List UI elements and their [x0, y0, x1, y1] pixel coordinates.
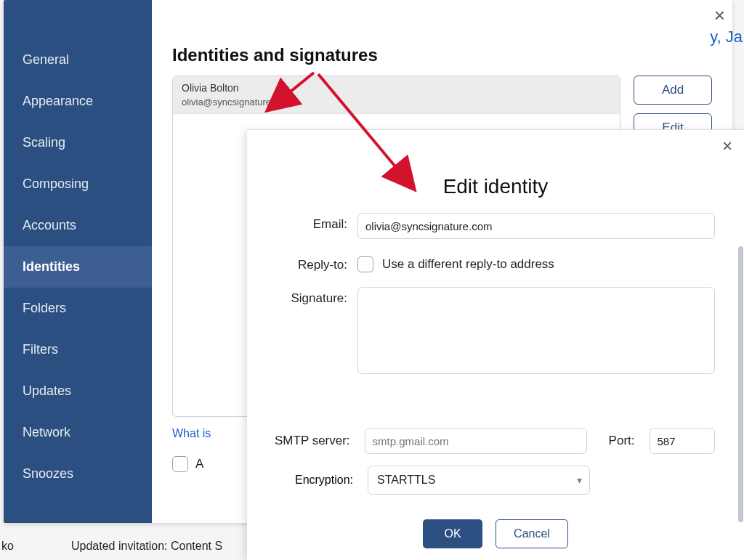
- sidebar-item-snoozes[interactable]: Snoozes: [4, 453, 152, 495]
- edit-identity-modal: × Edit identity Email: Reply-to: Use a d…: [247, 129, 744, 560]
- identity-email: olivia@syncsignature.com: [182, 97, 611, 107]
- email-field[interactable]: [357, 213, 715, 239]
- signature-field[interactable]: [357, 287, 715, 374]
- sidebar-item-appearance[interactable]: Appearance: [4, 81, 152, 122]
- identity-row[interactable]: Olivia Bolton olivia@syncsignature.com: [173, 76, 620, 114]
- encryption-value: STARTTLS: [377, 474, 435, 487]
- encryption-select[interactable]: STARTTLS ▾: [368, 466, 590, 495]
- sidebar-item-composing[interactable]: Composing: [4, 163, 152, 205]
- sidebar-item-accounts[interactable]: Accounts: [4, 205, 152, 246]
- sidebar-item-filters[interactable]: Filters: [4, 329, 152, 370]
- settings-sidebar: General Appearance Scaling Composing Acc…: [4, 0, 152, 523]
- add-button[interactable]: Add: [634, 76, 712, 105]
- reply-to-label: Reply-to:: [247, 253, 357, 272]
- port-label: Port:: [609, 434, 635, 448]
- ok-button[interactable]: OK: [423, 519, 482, 548]
- smtp-label: SMTP server:: [275, 434, 350, 448]
- sidebar-item-network[interactable]: Network: [4, 412, 152, 453]
- bg-fragment-ko: ko: [1, 540, 14, 553]
- modal-title: Edit identity: [247, 175, 744, 198]
- encryption-label: Encryption:: [275, 474, 353, 487]
- sidebar-item-general[interactable]: General: [4, 39, 152, 81]
- bg-fragment-right: y, Ja: [710, 28, 743, 46]
- page-title: Identities and signatures: [172, 45, 712, 65]
- port-field[interactable]: [650, 428, 715, 454]
- sidebar-item-folders[interactable]: Folders: [4, 288, 152, 329]
- settings-close-icon[interactable]: ×: [714, 6, 725, 25]
- modal-close-icon[interactable]: ×: [722, 137, 732, 155]
- reply-to-text: Use a different reply-to address: [382, 257, 554, 272]
- modal-scrollbar[interactable]: [738, 246, 743, 522]
- chevron-down-icon: ▾: [577, 474, 582, 486]
- reply-to-checkbox[interactable]: [357, 256, 373, 272]
- extra-option-checkbox[interactable]: [172, 456, 188, 472]
- signature-label: Signature:: [247, 287, 357, 306]
- sidebar-item-scaling[interactable]: Scaling: [4, 122, 152, 163]
- extra-option-label: A: [195, 457, 203, 471]
- cancel-button[interactable]: Cancel: [496, 519, 568, 548]
- identity-name: Olivia Bolton: [182, 82, 611, 94]
- sidebar-item-identities[interactable]: Identities: [4, 246, 152, 288]
- bg-fragment-invitation: Updated invitation: Content S: [71, 540, 222, 553]
- smtp-field[interactable]: [365, 428, 587, 454]
- sidebar-item-updates[interactable]: Updates: [4, 370, 152, 412]
- email-label: Email:: [247, 213, 357, 232]
